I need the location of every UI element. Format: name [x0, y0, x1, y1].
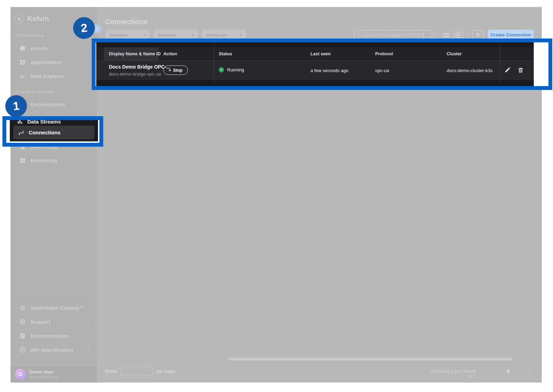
divider — [435, 31, 435, 38]
pagination-first-icon[interactable]: « — [484, 368, 487, 373]
connection-display-name: Docs Demo Bridge OPC-... — [109, 64, 170, 70]
sidebar-item-smartapps-catalog[interactable]: SmartApps Catalog™ — [14, 301, 93, 315]
chevron-down-icon: ∨ — [47, 34, 50, 38]
external-link-icon — [86, 319, 91, 324]
gear-icon: ⚙ — [475, 32, 480, 38]
edit-pencil-icon[interactable] — [504, 67, 510, 73]
sidebar-item-label: Data Explorer — [30, 73, 65, 79]
page-size-select[interactable]: 8 items ▾ — [121, 366, 153, 376]
sidebar-item-label: Orchestration — [30, 102, 65, 107]
chevron-down-icon: ▾ — [192, 33, 194, 37]
annotation-step-2: 2 — [73, 17, 95, 39]
clear-search-icon[interactable]: ✕ — [426, 33, 429, 37]
connections-table: Display Name & Name ID↓↑ Action Status L… — [96, 42, 534, 86]
annotation-box-step1: Data Streams Connections — [2, 116, 103, 147]
per-page-label: per page — [156, 369, 175, 374]
sparkle-icon: ✦ — [480, 31, 482, 34]
col-action: Action — [163, 51, 177, 56]
kelvin-logo: K Kelvin˚ — [15, 14, 50, 23]
section-operations[interactable]: OPERATIONS∨ — [15, 34, 50, 38]
applications-icon — [19, 59, 26, 65]
annotation-step-1: 1 — [5, 95, 27, 117]
data-streams-icon — [17, 120, 23, 125]
column-divider — [214, 44, 214, 83]
page-title: Connections — [105, 18, 147, 26]
highlighted-connections-item[interactable]: Connections — [13, 126, 94, 139]
chip-icon — [19, 304, 26, 311]
text-cursor — [423, 33, 423, 37]
chevron-down-icon: ∨ — [57, 91, 59, 94]
col-status: Status — [219, 51, 232, 56]
search-icon — [357, 33, 362, 37]
avatar: D — [15, 369, 26, 380]
cell-last-seen: a few seconds ago — [310, 68, 348, 73]
pagination-page-1[interactable]: 1 — [506, 369, 511, 374]
kelvin-logo-icon: K — [15, 14, 24, 23]
brand-trademark: ˚ — [49, 15, 50, 18]
sidebar-item-label: Monitoring — [30, 158, 57, 163]
brand-name: Kelvin˚ — [27, 15, 50, 23]
sidebar-item-applications[interactable]: Applications — [14, 55, 93, 69]
sidebar-item-label: SmartApps Catalog™ — [30, 305, 84, 311]
cell-cluster: docs-demo-cluster-k3s — [447, 68, 493, 73]
sidebar-item-documentation[interactable]: Documentation — [14, 329, 93, 343]
divider — [484, 31, 484, 38]
sidebar-item-api-specification[interactable]: API Specification — [14, 343, 93, 357]
assets-icon — [19, 45, 26, 51]
chevron-down-icon: ▾ — [240, 33, 242, 37]
external-link-icon — [86, 158, 91, 163]
sidebar: K Kelvin˚ OPERATIONS∨ Assets Application… — [10, 7, 97, 383]
divider — [10, 299, 97, 299]
sidebar-item-data-explorer[interactable]: Data Explorer — [14, 69, 93, 83]
highlighted-sidebar-panel: Data Streams Connections — [10, 120, 98, 141]
data-explorer-icon — [19, 73, 26, 79]
column-divider — [500, 44, 500, 83]
cell-display-name: Docs Demo Bridge OPC-... docs-demo-bridg… — [109, 64, 170, 77]
sidebar-item-label: API Specification — [30, 347, 74, 353]
col-display-name[interactable]: Display Name & Name ID↓↑ — [109, 51, 167, 56]
user-email: demo@kelvin.ai — [29, 374, 58, 379]
sidebar-item-label: Applications — [30, 59, 62, 65]
pagination-prev-icon[interactable]: ‹ — [496, 368, 498, 373]
chevron-down-icon: ▾ — [144, 33, 145, 37]
stop-icon: ■ — [169, 69, 171, 72]
delete-trash-icon[interactable] — [518, 67, 524, 73]
status-badge: ✓ Running — [219, 67, 244, 72]
pagination-next-icon[interactable]: › — [517, 368, 519, 373]
stop-button[interactable]: ■ Stop — [163, 65, 188, 75]
annotation-box-step2: Display Name & Name ID↓↑ Action Status L… — [92, 38, 552, 90]
section-administration[interactable]: ADMINISTRATION∨ — [15, 90, 59, 94]
sidebar-item-assets[interactable]: Assets — [14, 41, 93, 55]
external-link-icon — [86, 333, 91, 338]
sidebar-item-label: Documentation — [30, 333, 69, 339]
chevron-down-icon: ▾ — [147, 369, 149, 373]
monitoring-icon — [19, 157, 26, 164]
pagination-summary: Showing 1 to 1 items of 1 — [426, 369, 476, 379]
connections-icon — [18, 130, 24, 136]
show-label: Show — [105, 369, 117, 374]
search-value: Docs Demo Bridge OPC-UA — [364, 32, 421, 37]
chevron-left-icon: ‹ — [96, 26, 98, 31]
document-icon — [19, 332, 26, 339]
connection-name-id: docs-demo-bridge-opc-ua — [109, 71, 170, 77]
pagination-last-icon[interactable]: » — [527, 368, 530, 373]
sidebar-item-support[interactable]: Support — [14, 315, 93, 329]
sidebar-item-label: Assets — [30, 45, 48, 51]
running-check-icon: ✓ — [219, 67, 224, 72]
col-protocol: Protocol — [375, 51, 393, 56]
col-cluster: Cluster — [447, 51, 462, 56]
horizontal-scrollbar[interactable] — [228, 358, 513, 360]
user-menu[interactable]: D Demo User demo@kelvin.ai — [10, 366, 97, 383]
cell-protocol: opc-ua — [375, 68, 389, 73]
search-input[interactable]: Docs Demo Bridge OPC-UA ✕ — [354, 30, 432, 40]
col-last-seen: Last seen — [310, 51, 331, 56]
three-lines-icon — [455, 33, 461, 34]
lifebuoy-icon — [19, 318, 26, 325]
user-name: Demo User — [29, 369, 58, 374]
api-spec-icon — [19, 346, 26, 353]
divider — [467, 31, 468, 38]
sidebar-item-monitoring[interactable]: Monitoring — [14, 153, 93, 167]
two-lines-icon — [443, 33, 449, 34]
status-text: Running — [227, 67, 244, 72]
sidebar-item-label: Support — [30, 319, 51, 325]
